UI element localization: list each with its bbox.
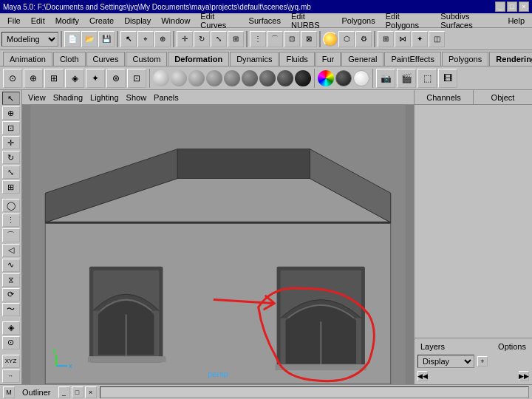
outliner-close[interactable]: × [85, 386, 97, 398]
menu-create[interactable]: Create [85, 16, 118, 26]
visor[interactable]: ◫ [429, 31, 445, 47]
ipr-render[interactable]: ⬡ [338, 31, 355, 47]
menu-polygons[interactable]: Polygons [337, 16, 379, 26]
universal-manip[interactable]: ⊞ [228, 31, 244, 47]
snap-curve[interactable]: ⌒ [267, 31, 283, 47]
shelf-icon-3[interactable]: ⊞ [44, 69, 64, 88]
menu-window[interactable]: Window [157, 16, 194, 26]
menu-help[interactable]: Help [503, 16, 529, 26]
move-tool[interactable]: ✛ [177, 31, 193, 47]
outliner-maximize[interactable]: □ [72, 386, 83, 398]
viewport-menu-view[interactable]: View [25, 93, 49, 102]
tab-rendering[interactable]: Rendering [489, 52, 532, 66]
rotate-button[interactable]: ↻ [2, 151, 20, 164]
show-manip-button[interactable]: ⊞ [2, 180, 20, 194]
point-on-curve[interactable]: ⊙ [2, 336, 20, 349]
tab-curves[interactable]: Curves [86, 52, 126, 66]
right-panel: Channels Object Layers Options Display N… [414, 90, 532, 384]
layers-scroll-right[interactable]: ▶▶ [519, 371, 529, 381]
shelf-icon-2[interactable]: ⊕ [24, 69, 43, 88]
transform-button[interactable]: ⊡ [2, 121, 20, 134]
tab-fur[interactable]: Fur [316, 52, 341, 66]
object-tab[interactable]: Object [474, 90, 532, 104]
open-scene-button[interactable]: 📂 [81, 31, 98, 47]
menu-display[interactable]: Display [120, 16, 155, 26]
rotate-tool[interactable]: ↻ [194, 31, 210, 47]
squash-button[interactable]: ⧖ [2, 273, 20, 287]
scale-tool[interactable]: ⤡ [211, 31, 227, 47]
flare-button[interactable]: ◁ [2, 244, 20, 257]
maximize-button[interactable]: □ [507, 1, 517, 12]
sine-button[interactable]: ∿ [2, 259, 20, 272]
scale-button[interactable]: ⤡ [2, 166, 20, 179]
mode-select[interactable]: Modeling Animation Dynamics Rendering [1, 32, 58, 47]
coord-display-btn[interactable]: ↔ [2, 369, 20, 383]
new-scene-button[interactable]: 📄 [64, 31, 81, 47]
menu-edit-curves[interactable]: Edit Curves [196, 11, 242, 30]
cluster-button[interactable]: ◈ [2, 321, 20, 335]
viewport-menu-panels[interactable]: Panels [151, 93, 182, 102]
tab-cloth[interactable]: Cloth [53, 52, 86, 66]
select-button[interactable]: ↖ [2, 92, 20, 105]
tab-animation[interactable]: Animation [3, 52, 52, 66]
render-view[interactable] [323, 32, 338, 47]
paint-select[interactable]: ⊕ [154, 31, 171, 47]
snap-grid[interactable]: ⋮ [250, 31, 266, 47]
options-tab[interactable]: Options [495, 341, 529, 352]
soft-mod-button[interactable]: ◯ [2, 199, 20, 212]
scene-canvas[interactable]: x y persp [22, 105, 414, 384]
render-globals[interactable]: ⚙ [355, 31, 372, 47]
viewport-menu-lighting[interactable]: Lighting [87, 93, 122, 102]
shelf-render-3[interactable]: ⬚ [417, 69, 437, 88]
statusbar-menu-icon[interactable]: M [3, 386, 15, 398]
layers-scroll-left[interactable]: ◀◀ [417, 371, 428, 381]
shelf-render-4[interactable]: 🎞 [438, 69, 457, 88]
hypergraph[interactable]: ⋈ [395, 31, 411, 47]
twist-button[interactable]: ⟳ [2, 288, 20, 301]
tab-polygons[interactable]: Polygons [442, 52, 488, 66]
shelf-icon-1[interactable]: ⊙ [3, 69, 22, 88]
menu-edit-nurbs[interactable]: Edit NURBS [287, 11, 336, 30]
viewport[interactable]: View Shading Lighting Show Panels [22, 90, 414, 384]
outliner-minimize[interactable]: _ [58, 386, 70, 398]
shelf-icon-7[interactable]: ⊡ [127, 69, 146, 88]
save-scene-button[interactable]: 💾 [98, 31, 115, 47]
tab-fluids[interactable]: Fluids [279, 52, 314, 66]
lasso-tool[interactable]: ⌖ [137, 31, 154, 47]
menu-modify[interactable]: Modify [51, 16, 83, 26]
tab-deformation[interactable]: Deformation [168, 52, 229, 66]
tab-custom[interactable]: Custom [126, 52, 167, 66]
snap-view[interactable]: ⊠ [301, 31, 317, 47]
shelf-render-1[interactable]: 📷 [376, 69, 395, 88]
close-button[interactable]: × [519, 1, 529, 12]
paint-button[interactable]: ⊕ [2, 106, 20, 120]
sphere-preview-7 [259, 70, 276, 86]
menu-surfaces[interactable]: Surfaces [245, 16, 285, 26]
viewport-menu-shading[interactable]: Shading [50, 93, 86, 102]
menu-file[interactable]: File [3, 16, 25, 26]
select-tool[interactable]: ↖ [120, 31, 137, 47]
axis-display[interactable]: XYZ [2, 355, 20, 368]
layers-tab[interactable]: Layers [417, 341, 448, 352]
viewport-menu-show[interactable]: Show [123, 93, 150, 102]
snap-point[interactable]: ⊡ [284, 31, 300, 47]
tab-dynamics[interactable]: Dynamics [230, 52, 279, 66]
wave-button[interactable]: 〜 [2, 303, 20, 316]
menu-edit[interactable]: Edit [27, 16, 50, 26]
move-button[interactable]: ✛ [2, 136, 20, 149]
show-ui[interactable]: ⊞ [378, 31, 394, 47]
lattice-button[interactable]: ⋮ [2, 214, 20, 227]
display-select[interactable]: Display None Template Reference [417, 355, 474, 368]
menu-subdiv-surfaces[interactable]: Subdivs Surfaces [436, 11, 502, 30]
channels-tab[interactable]: Channels [415, 90, 474, 104]
menu-edit-polygons[interactable]: Edit Polygons [381, 11, 435, 30]
tab-paintfx[interactable]: PaintEffects [384, 52, 441, 66]
shelf-icon-5[interactable]: ✦ [86, 69, 105, 88]
bend-button[interactable]: ⌒ [2, 228, 20, 242]
shelf-icon-4[interactable]: ◈ [65, 69, 84, 88]
tab-general[interactable]: General [341, 52, 383, 66]
paint-fx[interactable]: ✦ [412, 31, 428, 47]
layers-add-button[interactable]: + [477, 356, 488, 366]
shelf-render-2[interactable]: 🎬 [397, 69, 416, 88]
shelf-icon-6[interactable]: ⊛ [106, 69, 126, 88]
